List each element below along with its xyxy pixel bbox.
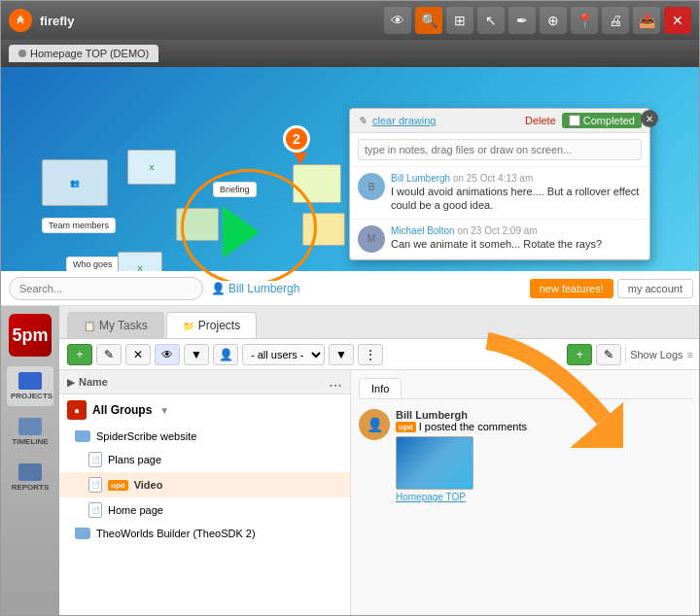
canvas-pin[interactable]: 2 — [283, 125, 318, 166]
info-avatar: 👤 — [359, 409, 390, 440]
zoom-icon[interactable]: ⊕ — [540, 7, 567, 34]
pin-icon[interactable]: 📍 — [571, 7, 598, 34]
grid-icon[interactable]: ⊞ — [446, 7, 473, 34]
sidebar-item-timeline[interactable]: TIMELINE — [7, 412, 53, 452]
reports-icon — [18, 463, 42, 481]
delete-btn[interactable]: Delete — [525, 115, 556, 126]
left-sidebar: 5pm PROJECTS TIMELINE REPORTS — [1, 306, 59, 616]
canvas-excel-1: X — [127, 150, 176, 185]
comment-body-2: Michael Bolton on 23 Oct 2:09 am Can we … — [391, 225, 602, 253]
user-name: 👤 Bill Lumbergh — [211, 282, 299, 295]
edit-btn[interactable]: ✎ — [96, 344, 122, 365]
info-content: Bill Lumbergh upd I posted the comments … — [396, 409, 527, 502]
canvas-thumb-1: 👥 — [42, 159, 108, 206]
tab-dot — [18, 50, 26, 57]
canvas-briefing-label: Briefing — [213, 182, 257, 197]
tab-my-tasks[interactable]: 📋 My Tasks — [67, 312, 164, 338]
completed-btn[interactable]: Completed — [562, 113, 642, 128]
info-edit-btn[interactable]: ✎ — [596, 344, 621, 365]
app-title: firefly — [40, 14, 74, 28]
pin-number: 2 — [283, 125, 310, 153]
task-home-page[interactable]: 📄 Home page — [59, 497, 350, 523]
completed-checkbox[interactable] — [569, 115, 580, 126]
tab-bar: Homepage TOP (DEMO) — [1, 40, 699, 67]
info-toolbar: + ✎ Show Logs ≡ — [567, 344, 693, 365]
list-panel: ▶ Name … ● All Groups ▼ SpiderScribe web… — [59, 370, 351, 616]
toolbar-icons: 👁 🔍 ⊞ ↖ ✒ ⊕ 📍 🖨 📤 ✕ — [384, 7, 691, 34]
comment-author-2: Michael Bolton on 23 Oct 2:09 am — [391, 225, 602, 236]
upd-badge-video: upd — [108, 480, 128, 491]
task-icon-2: 📄 — [88, 477, 102, 493]
pen-icon[interactable]: ✒ — [508, 7, 536, 34]
group-icon: ● — [67, 400, 87, 420]
content-tabs: 📋 My Tasks 📁 Projects — [59, 306, 700, 339]
info-tab-info[interactable]: Info — [359, 378, 402, 398]
group-dropdown-icon[interactable]: ▼ — [159, 405, 169, 416]
canvas-team-label: Team members — [42, 218, 116, 233]
sidebar-item-projects[interactable]: PROJECTS — [7, 366, 53, 406]
annotation-header: ✎ clear drawing Delete Completed — [350, 109, 649, 133]
info-panel: Info 👤 Bill Lumbergh upd I posted the co… — [351, 370, 700, 616]
info-thumbnail[interactable] — [396, 436, 473, 490]
panel-nav: 👤 Bill Lumbergh new features! my account — [1, 271, 700, 306]
projects-icon — [18, 372, 42, 390]
tab-projects[interactable]: 📁 Projects — [166, 312, 257, 338]
canvas-thumb-4 — [302, 213, 345, 246]
info-thumb-label[interactable]: Homepage TOP — [396, 492, 527, 502]
close-icon[interactable]: ✕ — [664, 7, 691, 34]
info-add-btn[interactable]: + — [567, 344, 592, 365]
comment-text-2: Can we animate it someh... Rotate the ra… — [391, 237, 602, 251]
list-header: ▶ Name … — [59, 370, 350, 394]
search-input[interactable] — [9, 277, 203, 300]
view-btn[interactable]: 👁 — [155, 344, 180, 365]
add-btn[interactable]: + — [67, 344, 92, 365]
new-features-btn[interactable]: new features! — [530, 279, 613, 298]
view-dropdown-btn[interactable]: ▼ — [184, 344, 209, 365]
title-bar: firefly 👁 🔍 ⊞ ↖ ✒ ⊕ 📍 🖨 📤 ✕ — [1, 1, 699, 40]
eye-icon[interactable]: 👁 — [384, 7, 411, 34]
timeline-icon — [18, 418, 42, 435]
project-spiderscribe[interactable]: SpiderScribe website — [59, 426, 350, 447]
canvas-thumb-2 — [176, 208, 219, 241]
annotation-text-input[interactable] — [358, 139, 642, 160]
content-toolbar: + ✎ ✕ 👁 ▼ 👤 - all users - ▼ ⋮ + ✎ Show L… — [59, 339, 700, 370]
comment-author-1: Bill Lumbergh on 25 Oct 4:13 am — [391, 173, 642, 184]
search-icon[interactable]: 🔍 — [415, 7, 442, 34]
folder-icon-1 — [75, 430, 90, 442]
filter-dropdown-btn[interactable]: ▼ — [329, 344, 354, 365]
user-filter-select[interactable]: - all users - — [242, 344, 325, 365]
all-groups-item[interactable]: ● All Groups ▼ — [59, 394, 350, 426]
show-logs-btn[interactable]: Show Logs — [630, 349, 682, 360]
more-btn[interactable]: ⋮ — [358, 344, 383, 365]
export-icon[interactable]: 📤 — [633, 7, 660, 34]
content-body: ▶ Name … ● All Groups ▼ SpiderScribe web… — [59, 370, 700, 616]
sidebar-logo: 5pm — [9, 314, 52, 357]
comment-text-1: I would avoid animations here.... But a … — [391, 185, 642, 213]
annotation-close-btn[interactable]: ✕ — [641, 110, 658, 127]
sidebar-item-reports[interactable]: REPORTS — [7, 458, 53, 497]
user-icon-btn[interactable]: 👤 — [213, 344, 238, 365]
comment-item-1: B Bill Lumbergh on 25 Oct 4:13 am I woul… — [350, 167, 649, 220]
delete-btn-toolbar[interactable]: ✕ — [125, 344, 151, 365]
task-icon-1: 📄 — [88, 452, 102, 467]
task-video[interactable]: 📄 upd Video — [59, 472, 350, 497]
comment-item-2: M Michael Bolton on 23 Oct 2:09 am Can w… — [350, 220, 649, 259]
print-icon[interactable]: 🖨 — [602, 7, 629, 34]
clear-drawing-btn[interactable]: clear drawing — [372, 115, 436, 126]
annotation-popup: ✎ clear drawing Delete Completed B Bill … — [349, 108, 650, 260]
task-plans-page[interactable]: 📄 Plans page — [59, 447, 350, 472]
info-user-block: 👤 Bill Lumbergh upd I posted the comment… — [359, 405, 693, 506]
pin-tail — [294, 153, 307, 164]
menu-icon[interactable]: ≡ — [687, 349, 693, 360]
folder-icon-2 — [75, 528, 90, 539]
cursor-icon[interactable]: ↖ — [477, 7, 505, 34]
play-button[interactable] — [210, 201, 272, 263]
app-window: firefly 👁 🔍 ⊞ ↖ ✒ ⊕ 📍 🖨 📤 ✕ Homepage TOP… — [0, 0, 700, 616]
info-upd-badge: upd — [396, 422, 416, 432]
project-theoworlds[interactable]: TheoWorlds Builder (TheoSDK 2) — [59, 523, 350, 544]
tab-homepage[interactable]: Homepage TOP (DEMO) — [9, 45, 158, 62]
comment-avatar-2: M — [358, 225, 385, 253]
canvas-thumb-3 — [293, 164, 341, 203]
my-account-btn[interactable]: my account — [617, 279, 693, 298]
list-header-more[interactable]: … — [329, 374, 342, 390]
